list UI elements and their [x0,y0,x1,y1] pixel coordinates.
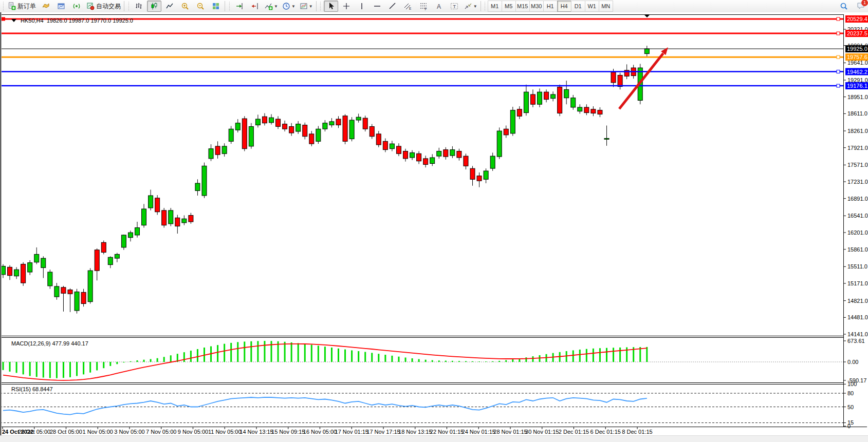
macd-axis-label: 673.61 [847,338,865,344]
toolbar-drag-handle[interactable] [484,2,486,11]
toolbar-button-shift[interactable] [248,1,262,12]
toolbar-drag-handle[interactable] [127,2,130,11]
toolbar-button-trendline[interactable] [385,1,400,12]
candle-body [81,292,86,303]
level-line-handle[interactable] [837,70,840,73]
toolbar-button-text-label[interactable]: T [447,1,461,12]
toolbar-button-signal[interactable] [69,1,84,12]
toolbar-button-autoscroll[interactable] [232,1,247,12]
date-tick-label: 17 Nov 01:15 [335,429,368,435]
toolbar-button-zoom-out[interactable] [193,1,208,12]
candle-body [269,118,274,123]
toolbar-button-new-order[interactable]: 新订单 [6,1,38,12]
toolbar-button-fibo[interactable]: F [416,1,431,12]
toolbar-button-zoom-in[interactable] [178,1,192,12]
toolbar-button-periods[interactable]: ▼ [281,1,297,12]
candle-body [343,116,347,141]
zoom-in-icon [181,2,189,10]
timeframe-button-D1[interactable]: D1 [571,1,585,12]
candle-body [490,156,495,168]
toolbar-button-vline[interactable] [355,1,369,12]
search-icon [840,2,848,10]
window-bottom-strip [0,435,868,442]
toolbar-button-text-a[interactable]: A [432,1,446,12]
timeframe-button-W1[interactable]: W1 [585,1,599,12]
candle-body [584,107,589,113]
candle-body [121,235,126,247]
candle-body [383,141,387,149]
svg-text:E: E [409,7,412,10]
toolbar-drag-handle[interactable] [228,2,230,11]
date-tick-label: 9 Nov 05:00 [178,429,208,435]
timeframe-button-H1[interactable]: H1 [543,1,557,12]
candle-body [242,119,247,149]
date-tick-label: 3 Nov 05:00 [114,429,144,435]
dropdown-caret-icon[interactable]: ▼ [309,4,313,9]
toolbar-button-candles[interactable] [147,1,161,12]
shapes-icon [464,2,472,10]
candle-body [283,124,287,129]
level-line-handle[interactable] [837,84,840,87]
toolbar-button-bars[interactable] [132,1,146,12]
level-line-handle[interactable] [837,32,840,35]
terminal-window: 新订单自动交易▼▼▼EFAT▼M1M5M15M30H1H4D1W1MN1 203… [0,0,868,442]
scroll-to-end-marker[interactable] [644,15,650,17]
toolbar-separator [481,1,481,11]
toolbar-button-template[interactable]: ▼ [298,1,315,12]
date-tick-label: 2 Dec 01:15 [559,429,589,435]
candle-body [14,270,19,276]
level-line-handle[interactable] [837,17,840,21]
toolbar-drag-handle[interactable] [2,2,4,11]
date-tick-label: 28 Nov 01:15 [493,429,527,435]
selected-line-handle[interactable] [2,17,5,21]
toolbar-button-linechart[interactable] [162,1,177,12]
price-tick-label: 14141.0 [847,331,868,337]
candle-body [376,134,381,145]
toolbar-button-window-blue[interactable] [54,1,68,12]
toolbar-button-tile[interactable] [209,1,223,12]
timeframe-button-M30[interactable]: M30 [529,1,543,12]
trendline-icon [389,2,397,10]
toolbar-button-channel[interactable]: E [401,1,415,12]
timeframe-button-H4[interactable]: H4 [557,1,571,12]
price-tick-label: 19641.0 [847,60,868,66]
timeframe-button-M5[interactable]: M5 [502,1,515,12]
toolbar-drag-handle[interactable] [320,2,322,11]
rsi-axis-label: 50 [847,404,854,410]
candle-body [8,267,12,275]
dropdown-caret-icon[interactable]: ▼ [473,4,477,9]
candle-body [262,117,267,123]
toolbar-button-auto-trading[interactable]: 自动交易 [85,1,122,12]
indicators-icon [265,2,273,10]
toolbar-button-chart-shot[interactable] [39,1,53,12]
candle-body [169,210,173,224]
price-tick-label: 15861.0 [847,246,868,253]
price-tick-label: 14821.0 [847,298,868,304]
toolbar-button-crosshair[interactable] [339,1,354,12]
candle-body [75,292,79,311]
candle-body [149,196,153,208]
toolbar-button-cursor[interactable] [324,1,338,12]
price-badge-label: 20237.5 [847,30,867,36]
level-line-handle[interactable] [837,55,840,59]
date-tick-label: 18 Nov 13:15 [398,429,432,435]
price-tick-label: 15171.0 [847,280,868,286]
dropdown-caret-icon[interactable]: ▼ [291,4,296,9]
price-tick-label: 18951.0 [847,94,868,100]
timeframe-button-M15[interactable]: M15 [515,1,529,12]
price-chart: 20321.019991.019641.019291.018951.018611… [0,12,868,442]
notifications-button[interactable]: 1 [857,2,865,11]
search-button[interactable] [837,1,851,12]
toolbar-button-shapes[interactable]: ▼ [463,1,479,12]
candle-body [437,151,441,157]
candle-body [477,176,482,181]
timeframe-button-M1[interactable]: M1 [488,1,502,12]
toolbar-button-hline[interactable] [370,1,384,12]
dropdown-caret-icon[interactable]: ▼ [274,4,278,9]
price-tick-label: 17571.0 [847,162,868,168]
candle-body [303,125,307,137]
price-badge-label: 20529.4 [847,16,867,22]
timeframe-button-MN[interactable]: MN [599,1,613,12]
candle-body [410,152,415,158]
toolbar-button-indicators[interactable]: ▼ [263,1,280,12]
